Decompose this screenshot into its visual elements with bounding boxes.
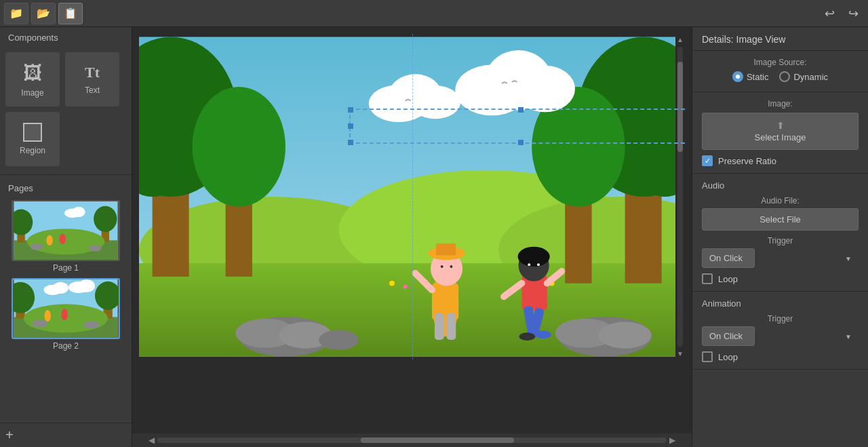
canvas-viewport: ▲ ▼ <box>139 34 685 359</box>
animation-section: Animation Trigger On Click On Load On Ho… <box>692 292 868 370</box>
audio-trigger-dropdown[interactable]: On Click On Load On Hover <box>702 248 755 268</box>
main-layout: Components 🖼 Image Tt Text Region Pages <box>0 27 868 447</box>
select-image-button[interactable]: Select Image <box>702 113 859 150</box>
radio-dynamic[interactable]: Dynamic <box>779 71 828 82</box>
right-panel: Details: Image View Image Source: Static… <box>692 27 868 447</box>
svg-point-60 <box>410 85 461 119</box>
svg-point-12 <box>73 207 85 217</box>
text-component-icon: Tt <box>85 64 100 81</box>
redo-button[interactable]: ↪ <box>843 3 864 24</box>
page-1-thumbnail <box>12 200 120 261</box>
components-grid: 🖼 Image Tt Text Region <box>0 47 132 172</box>
svg-rect-63 <box>435 313 444 340</box>
radio-static-label: Static <box>747 72 769 82</box>
clipboard-icon: 📋 <box>64 7 77 20</box>
animation-trigger-dropdown-wrapper: On Click On Load On Hover ▼ <box>702 326 859 346</box>
svg-point-7 <box>30 244 43 250</box>
details-header: Details: Image View <box>692 27 868 51</box>
scroll-down-arrow[interactable]: ▼ <box>675 348 685 359</box>
svg-point-5 <box>94 206 117 232</box>
preserve-ratio-row: Preserve Ratio <box>702 155 859 166</box>
text-component-label: Text <box>85 85 100 95</box>
svg-point-22 <box>44 310 51 322</box>
toolbar: 📁 📂 📋 ↩ ↪ <box>0 0 868 27</box>
pages-list: Page 1 <box>0 197 132 423</box>
folder-icon: 📂 <box>37 7 50 20</box>
region-component-label: Region <box>20 146 45 155</box>
svg-point-21 <box>84 321 100 328</box>
vertical-scrollbar[interactable]: ▲ ▼ <box>675 34 685 359</box>
undo-button[interactable]: ↩ <box>819 3 840 24</box>
animation-loop-checkbox[interactable] <box>702 351 713 362</box>
audio-loop-row: Loop <box>702 273 859 284</box>
svg-point-69 <box>450 265 452 268</box>
image-component-icon: 🖼 <box>23 62 42 84</box>
svg-point-27 <box>78 279 95 292</box>
page-2-thumbnail <box>12 278 120 339</box>
animation-loop-label: Loop <box>718 352 738 362</box>
h-scroll-thumb[interactable] <box>361 438 513 443</box>
audio-trigger-label: Trigger <box>702 236 859 246</box>
audio-section-title: Audio <box>702 180 859 191</box>
page-item-2[interactable]: Page 2 <box>5 278 126 351</box>
components-title: Components <box>0 27 132 47</box>
svg-point-57 <box>515 66 575 113</box>
add-page-button[interactable]: + <box>5 427 14 443</box>
svg-rect-64 <box>447 313 456 340</box>
canvas-scene[interactable] <box>139 34 685 359</box>
source-radio-row: Static Dynamic <box>702 71 859 82</box>
v-scroll-thumb[interactable] <box>677 62 683 152</box>
animation-trigger-label: Trigger <box>702 314 859 324</box>
pages-title: Pages <box>0 178 132 197</box>
preserve-ratio-checkbox[interactable] <box>702 155 713 166</box>
preserve-ratio-label: Preserve Ratio <box>718 156 776 166</box>
svg-point-43 <box>389 281 395 286</box>
svg-point-81 <box>535 330 551 338</box>
component-item-image[interactable]: 🖼 Image <box>5 52 60 106</box>
component-item-region[interactable]: Region <box>5 112 60 166</box>
pages-footer: + <box>0 423 132 447</box>
image-source-section: Image Source: Static Dynamic <box>692 51 868 92</box>
toolbar-btn-folder[interactable]: 📂 <box>31 3 56 24</box>
radio-static-circle <box>732 71 743 82</box>
select-file-button[interactable]: Select File <box>702 208 859 231</box>
region-component-icon <box>23 123 42 142</box>
scroll-left-arrow[interactable]: ◀ <box>146 435 157 445</box>
animation-trigger-dropdown-arrow: ▼ <box>845 332 852 340</box>
component-item-text[interactable]: Tt Text <box>65 52 119 106</box>
svg-point-37 <box>193 87 285 207</box>
radio-dynamic-circle <box>779 71 790 82</box>
svg-point-9 <box>46 235 53 246</box>
radio-static[interactable]: Static <box>732 71 769 82</box>
svg-rect-67 <box>436 244 456 256</box>
audio-file-label: Audio File: <box>702 196 859 206</box>
audio-trigger-dropdown-arrow: ▼ <box>845 254 852 262</box>
scroll-up-arrow[interactable]: ▲ <box>675 34 685 45</box>
svg-point-77 <box>537 263 540 266</box>
scroll-right-arrow[interactable]: ▶ <box>667 435 678 445</box>
animation-trigger-dropdown[interactable]: On Click On Load On Hover <box>702 326 755 346</box>
toolbar-btn-file[interactable]: 📁 <box>4 3 28 24</box>
file-icon: 📁 <box>9 7 23 20</box>
svg-point-44 <box>403 285 408 289</box>
animation-loop-row: Loop <box>702 351 859 362</box>
animation-section-title: Animation <box>702 298 859 309</box>
page-1-label: Page 1 <box>53 263 79 273</box>
audio-loop-label: Loop <box>718 274 738 284</box>
svg-point-80 <box>519 332 536 341</box>
svg-point-54 <box>598 322 652 349</box>
image-section: Image: Select Image Preserve Ratio <box>692 92 868 174</box>
svg-point-25 <box>53 282 68 294</box>
image-source-label: Image Source: <box>702 58 859 67</box>
audio-section: Audio Audio File: Select File Trigger On… <box>692 174 868 292</box>
audio-trigger-dropdown-wrapper: On Click On Load On Hover ▼ <box>702 248 859 268</box>
audio-loop-checkbox[interactable] <box>702 273 713 284</box>
radio-dynamic-label: Dynamic <box>793 72 828 82</box>
svg-point-68 <box>441 265 443 268</box>
svg-point-76 <box>528 263 530 266</box>
toolbar-btn-clipboard[interactable]: 📋 <box>58 3 83 24</box>
page-item-1[interactable]: Page 1 <box>5 200 126 273</box>
canvas-scroll-container: ▲ ▼ <box>132 27 692 433</box>
canvas-area: ▲ ▼ ◀ ▶ <box>132 27 692 447</box>
svg-point-51 <box>319 330 359 349</box>
